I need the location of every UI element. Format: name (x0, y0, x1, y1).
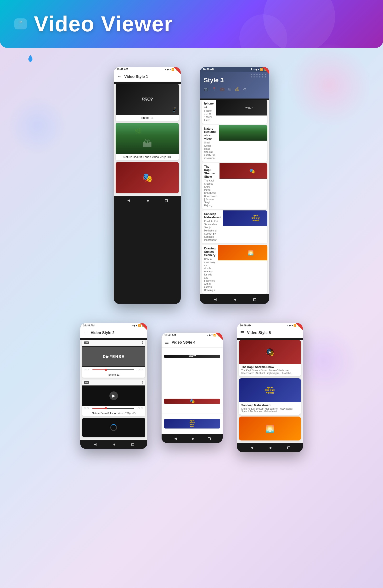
progress-dot-1 (105, 369, 107, 371)
red-corner-badge-3 (262, 67, 269, 74)
nav-recents-5[interactable] (287, 446, 290, 449)
blob-decoration-1 (287, 43, 371, 127)
status-bar-2: 10:48 AM ▪◆▾📶🔋 (80, 323, 147, 328)
red-corner-badge-5 (296, 323, 303, 330)
player-card-iphone[interactable]: HD ⤴ D▶FENSE 00:00 -00:00 iphone 11 (82, 340, 145, 378)
style3-list: iphone 11 iPhone 11 Pro - 1 Week Later P… (200, 100, 269, 294)
nav-back-4[interactable]: ◄ (174, 436, 178, 441)
style3-item-drawing[interactable]: Drawing Sunset Scenery How to draw easy … (202, 245, 267, 294)
nav-recents-2[interactable] (132, 443, 134, 446)
icon-bag: 🛍 (243, 87, 247, 91)
nav-home-1[interactable] (147, 200, 149, 202)
style4-item-iphone[interactable]: PRO? iphone 11 ▶ (161, 348, 223, 365)
style5-thumb-sandeep: खुद कोकिसी से कममत समझो (239, 378, 301, 402)
style5-thumb-kapil: 🎭 ▶ (239, 340, 301, 364)
style3-title-kapil: The Kapil Sharma Show (204, 165, 217, 178)
nav-recents-4[interactable] (208, 437, 211, 440)
loading-spinner (110, 424, 117, 431)
style3-item-kapil[interactable]: The Kapil Sharma Show The Kapil Sharma S… (202, 163, 267, 209)
blob-decoration-2 (7, 96, 67, 155)
style3-title: Style 3 (204, 77, 266, 84)
style4-item-kapil[interactable]: 🎭 The Kapil Sharma Show ▶ (161, 389, 223, 413)
progress-dot-2 (105, 407, 107, 409)
video-card-kapil[interactable]: 🎭 (116, 162, 179, 193)
style3-thumb-kapil: 🎭 (220, 163, 267, 179)
style3-desc-iphone11: iPhone 11 Pro - 1 Week Later (204, 109, 214, 122)
time-start-2: 00:00 (84, 407, 90, 409)
hamburger-menu-5[interactable]: ☰ (240, 330, 244, 336)
style3-title-drawing: Drawing Sunset Scenery (204, 247, 215, 257)
icon-camera: 📷 (204, 87, 208, 91)
app-title-2: Video Style 2 (91, 331, 114, 335)
dots-pattern (251, 74, 267, 78)
back-button-1[interactable]: ← (117, 74, 121, 79)
progress-fill-2 (92, 408, 105, 409)
nav-recents-3[interactable] (253, 298, 256, 301)
style5-item-kapil[interactable]: 🎭 ▶ The Kapil Sharma Show The Kapil Shar… (239, 340, 301, 376)
progress-bar-1[interactable] (92, 369, 135, 370)
style4-item-nature[interactable]: Nature Beautiful short video ▶ (161, 365, 223, 389)
video-card-nature[interactable]: 🏔 🌿 Nature Beautiful short video 720p HD (116, 123, 179, 160)
player-title-iphone: iphone 11 (82, 372, 145, 378)
player-card-loading[interactable] (82, 418, 145, 437)
player-top-bar-1: HD ⤴ (82, 340, 145, 346)
share-icon-2[interactable]: ⤴ (142, 380, 143, 384)
nav-home-5[interactable] (270, 447, 271, 449)
status-time-4: 10:48 AM (164, 334, 176, 336)
thumb-iphone11: PRO? 📱 (116, 84, 179, 115)
phone-style-4: 10:48 AM ▪◆▾📶🔋 ☰ Video Style 4 PRO? ipho… (161, 333, 223, 443)
app-bar-2: ← Video Style 2 (80, 328, 147, 338)
back-button-2[interactable]: ← (84, 330, 88, 335)
phone-style-3: 10:48 AM P□◆▾📶🔋 Style 3 📷 📍 💼 ⊞ 💰 🛍 (200, 67, 269, 304)
nav-back-1[interactable]: ◄ (127, 198, 131, 203)
style5-item-sandeep[interactable]: खुद कोकिसी से कममत समझो Sandeep Maheshwa… (239, 378, 301, 415)
play-button-nature[interactable]: ▶ (109, 391, 118, 400)
nav-recents-1[interactable] (165, 199, 168, 202)
nav-home-3[interactable] (234, 299, 236, 301)
app-bar-1: ← Video Style 1 (114, 72, 181, 82)
style3-item-nature[interactable]: Nature Beautiful short video Small lengt… (202, 125, 267, 162)
nav-home-4[interactable] (192, 438, 194, 440)
style3-icons: 📷 📍 💼 ⊞ 💰 🛍 (204, 87, 266, 91)
drip-decoration (24, 41, 37, 60)
app-title-4: Video Style 4 (172, 340, 195, 345)
nav-back-3[interactable]: ◄ (213, 297, 217, 302)
defense-logo: D▶FENSE (82, 347, 145, 366)
style5-play-kapil[interactable]: ▶ (267, 348, 274, 356)
style3-desc-kapil: The Kapil Sharma Show - Movie Chhichhore… (204, 179, 217, 207)
video-list-5: 🎭 ▶ The Kapil Sharma Show The Kapil Shar… (237, 340, 303, 443)
video-label-nature: Nature Beautiful short video 720p HD (116, 154, 179, 160)
player-card-nature[interactable]: HD ⤴ ▶ 00:00 -00:00 Nature Beautiful sho… (82, 379, 145, 416)
style3-header: Style 3 📷 📍 💼 ⊞ 💰 🛍 (200, 72, 269, 99)
page-number: 06 — (14, 19, 27, 30)
nav-home-2[interactable] (113, 443, 115, 445)
video-card-iphone11[interactable]: PRO? 📱 iphone 11 (116, 84, 179, 121)
nav-back-2[interactable]: ◄ (93, 442, 97, 447)
player-title-nature: Nature Beautiful short video 720p HD (82, 411, 145, 416)
bottom-nav-5: ◄ (237, 443, 303, 452)
bottom-nav-1: ◄ (114, 196, 181, 205)
style5-item-drawing[interactable]: 🌅 (239, 417, 301, 441)
style5-title-kapil: The Kapil Sharma Show (241, 365, 298, 369)
style3-item-sandeep[interactable]: Sandeep Maheshwari Khud Ko Kisi Se Kam M… (202, 210, 267, 243)
icon-dollar: 💰 (235, 87, 239, 91)
icon-location: 📍 (212, 87, 217, 91)
progress-bar-2[interactable] (92, 408, 135, 409)
style4-item-sandeep[interactable]: खुद कोकिसी सेकम मतसमझो Sandeep Maheshwa … (161, 413, 223, 434)
thumb-kapil: 🎭 (116, 162, 179, 193)
style3-item-iphone11[interactable]: iphone 11 iPhone 11 Pro - 1 Week Later P… (202, 100, 267, 124)
hamburger-menu-4[interactable]: ☰ (165, 340, 169, 345)
share-icon-1[interactable]: ⤴ (142, 341, 143, 345)
nav-back-5[interactable]: ◄ (250, 445, 254, 450)
phone-style-5: 10:48 AM ▪◆▾📶🔋 ☰ Video Style 5 🎭 ▶ The K… (237, 323, 303, 452)
time-start-1: 00:00 (84, 368, 90, 371)
status-bar-1: 10:47 AM ▪◆▾📶🔋 (114, 67, 181, 72)
style4-thumb-iphone: PRO? (164, 355, 220, 358)
status-bar-4: 10:48 AM ▪◆▾📶🔋 (161, 333, 223, 337)
style4-thumb-sandeep: खुद कोकिसी सेकम मतसमझो (164, 419, 220, 428)
style5-desc-kapil: The Kapil Sharma Show - Movie Chhichhore… (241, 369, 298, 375)
time-end-1: -00:00 (137, 368, 143, 371)
player-main-2: ▶ (82, 385, 145, 406)
player-main-3 (82, 418, 145, 437)
bottom-nav-2: ◄ (80, 440, 147, 449)
